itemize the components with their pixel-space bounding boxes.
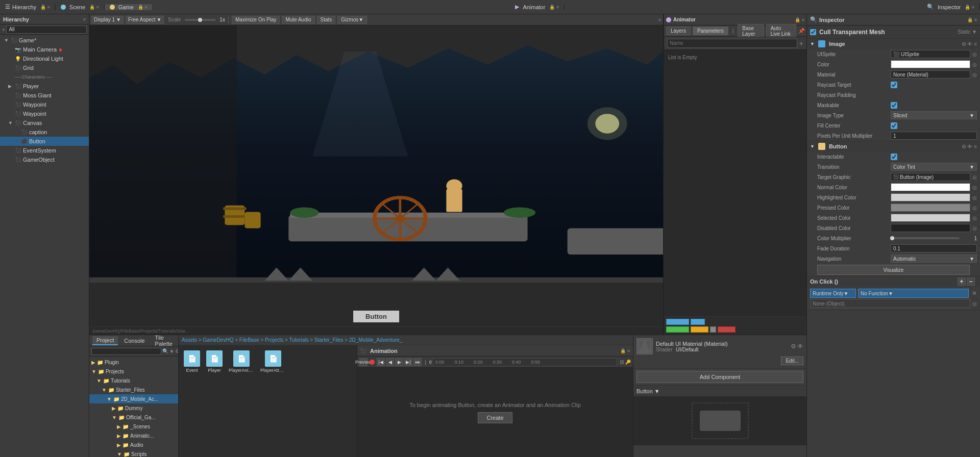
hierarchy-item-dir-light[interactable]: 💡 Directional Light <box>0 54 89 63</box>
tab-scene[interactable]: Scene 🔒 ≡ <box>56 4 105 10</box>
content-item-event[interactable]: 📄 Event <box>182 348 202 375</box>
none-object-picker[interactable]: ◎ <box>972 301 977 307</box>
visualize-btn[interactable]: Visualize <box>817 265 970 275</box>
target-graphic-value[interactable]: ⬛ Button (Image) <box>891 173 970 181</box>
project-tree-animatic[interactable]: ▶ 📁 Animatic... <box>89 431 178 440</box>
image-section-header[interactable]: ▼ Image ⚙ 👁 ≡ <box>807 39 980 49</box>
transition-dropdown[interactable]: Color Tint ▼ <box>891 163 977 171</box>
pixels-value[interactable]: 1 <box>891 132 977 140</box>
hierarchy-menu-icon[interactable]: ≡ <box>83 17 86 22</box>
disabled-color-picker[interactable]: ◎ <box>972 225 977 231</box>
maskable-checkbox[interactable] <box>891 102 897 109</box>
game-button-overlay[interactable]: Button <box>353 311 399 322</box>
anim-end-btn[interactable]: ⏭ <box>413 358 422 366</box>
tab-inspector[interactable]: 🔍 Inspector 🔒 ≡ <box>922 4 980 10</box>
animator-parameters-tab[interactable]: Parameters <box>693 27 728 35</box>
hierarchy-search[interactable] <box>6 26 87 34</box>
material-eye-icon[interactable]: 👁 <box>797 343 803 350</box>
project-tree-audio[interactable]: ▶ 📁 Audio <box>89 440 178 449</box>
project-tree-2d-mobile[interactable]: ▼ 📁 2D_Mobile_Ac... <box>89 394 178 403</box>
on-click-plus-btn[interactable]: + <box>958 277 966 286</box>
gizmos-btn[interactable]: Gizmos ▼ <box>337 16 367 24</box>
material-settings-icon[interactable]: ⚙ <box>791 343 796 350</box>
image-section-settings[interactable]: ⚙ 👁 ≡ <box>962 41 977 47</box>
hierarchy-item-main-camera[interactable]: 📷 Main Camera ♦ <box>0 45 89 54</box>
fill-center-checkbox[interactable] <box>891 122 897 129</box>
hierarchy-item-game[interactable]: ▼ ⬛ Game* <box>0 36 89 45</box>
project-tree-tutorials[interactable]: ▼ 📁 Tutorials <box>89 376 178 385</box>
project-tree-projects[interactable]: ▼ 📁 Projects <box>89 367 178 376</box>
project-tree-official[interactable]: ▼ 📁 Official_Ga... <box>89 413 178 422</box>
selected-color-picker[interactable]: ◎ <box>972 215 977 221</box>
image-type-dropdown[interactable]: Sliced ▼ <box>891 111 977 119</box>
hierarchy-add-btn[interactable]: + <box>2 27 5 33</box>
content-item-player[interactable]: 📄 Player <box>204 348 225 375</box>
content-item-player-anim[interactable]: 📄 PlayerAnimation <box>227 348 256 375</box>
button-section-header[interactable]: ▼ Button ⚙ 👁 ≡ <box>807 141 980 151</box>
display-dropdown[interactable]: Display 1 ▼ <box>91 16 124 24</box>
project-tree-plugin[interactable]: ▶ 📁 Plugin <box>89 358 178 367</box>
anim-play-fwd-btn[interactable]: ▶ <box>395 358 403 366</box>
normal-color-picker[interactable]: ◎ <box>972 185 977 190</box>
project-tree-dummy[interactable]: ▶ 📁 Dummy <box>89 403 178 413</box>
hierarchy-item-moss-giant[interactable]: ⬛ Moss Giant <box>0 91 89 100</box>
project-filter-btn[interactable]: ★ <box>169 348 174 354</box>
animator-auto-live-link[interactable]: Auto Live Link <box>766 24 796 38</box>
record-btn[interactable] <box>370 360 375 365</box>
animator-pin-icon[interactable]: 📌 <box>798 28 804 34</box>
maximize-on-play-btn[interactable]: Maximize On Play <box>232 16 280 24</box>
button-section-dropdown[interactable]: Button ▼ <box>633 385 806 396</box>
anim-prev-btn[interactable]: |◀ <box>377 358 385 366</box>
component-active-checkbox[interactable] <box>810 29 816 35</box>
target-graphic-picker[interactable]: ◎ <box>972 174 977 180</box>
highlighted-color-swatch[interactable] <box>891 193 970 201</box>
function-close-icon[interactable]: ✕ <box>972 290 977 297</box>
navigation-dropdown[interactable]: Automatic ▼ <box>891 255 977 263</box>
runtime-dropdown[interactable]: Runtime Only ▼ <box>810 289 856 298</box>
pressed-color-swatch[interactable] <box>891 204 970 212</box>
material-edit-btn[interactable]: Edit... <box>781 357 803 365</box>
anim-next-btn[interactable]: ▶| <box>404 358 412 366</box>
anim-play-btn[interactable]: ◀ <box>386 358 394 366</box>
pressed-color-picker[interactable]: ◎ <box>972 205 977 211</box>
hierarchy-item-canvas[interactable]: ▼ ⬛ Canvas <box>0 118 89 128</box>
selected-color-swatch[interactable] <box>891 214 970 222</box>
color-multiplier-track[interactable] <box>891 237 960 239</box>
interactable-checkbox[interactable] <box>891 154 897 160</box>
fade-duration-value[interactable]: 0.1 <box>891 244 977 252</box>
on-click-minus-btn[interactable]: − <box>967 277 975 286</box>
normal-color-swatch[interactable] <box>891 183 970 191</box>
source-image-picker[interactable]: ◎ <box>972 52 977 57</box>
button-section-settings[interactable]: ⚙ 👁 ≡ <box>962 144 977 149</box>
project-search-input[interactable] <box>91 348 161 355</box>
tab-hierarchy[interactable]: ☰ Hierarchy 🔒 ≡ <box>0 4 56 10</box>
tab-game[interactable]: Game 🔒 ≡ <box>105 4 153 10</box>
inspector-lock-icon[interactable]: 🔒 ≡ <box>967 17 977 22</box>
raycast-target-checkbox[interactable] <box>891 82 897 88</box>
anim-key-icon[interactable]: 🔑 <box>625 360 631 365</box>
stats-btn[interactable]: Stats <box>317 16 336 24</box>
hierarchy-item-button[interactable]: ⬛ Button <box>0 137 89 146</box>
project-tree-scripts[interactable]: ▼ 📁 Scripts <box>89 449 178 457</box>
animator-lock-icon[interactable]: 🔒 ≡ <box>795 17 804 22</box>
scale-slider-track[interactable] <box>185 19 215 21</box>
function-dropdown[interactable]: No Function ▼ <box>858 289 969 298</box>
mute-audio-btn[interactable]: Mute Audio <box>282 16 314 24</box>
hierarchy-item-caption[interactable]: ⬛ caption <box>0 128 89 137</box>
animator-add-btn[interactable]: + <box>799 39 803 47</box>
project-tree-scenes[interactable]: ▶ 📁 _Scenes <box>89 422 178 431</box>
hierarchy-item-waypoint2[interactable]: ⬛ Waypoint <box>0 109 89 118</box>
anim-chain-icon[interactable]: ⛓ <box>620 360 624 365</box>
add-component-btn[interactable]: Add Component <box>636 371 803 383</box>
project-tree-starter[interactable]: ▼ 📁 Starter_Files <box>89 385 178 394</box>
source-image-value[interactable]: ⬛ UISprite <box>891 50 970 58</box>
hierarchy-item-waypoint1[interactable]: ⬛ Waypoint <box>0 100 89 109</box>
project-settings-btn[interactable]: ⚙ <box>175 348 179 354</box>
game-menu-icon[interactable]: ≡ <box>658 17 661 22</box>
disabled-color-swatch[interactable] <box>891 224 970 232</box>
animator-name-input[interactable] <box>667 39 797 48</box>
animator-layers-tab[interactable]: Layers <box>666 27 691 35</box>
none-object-field[interactable]: None (Object) <box>810 299 970 308</box>
tab-animator[interactable]: ▶ Animator 🔒 ≡ <box>510 4 565 10</box>
animation-lock-icon[interactable]: 🔒 ≡ <box>620 348 630 353</box>
